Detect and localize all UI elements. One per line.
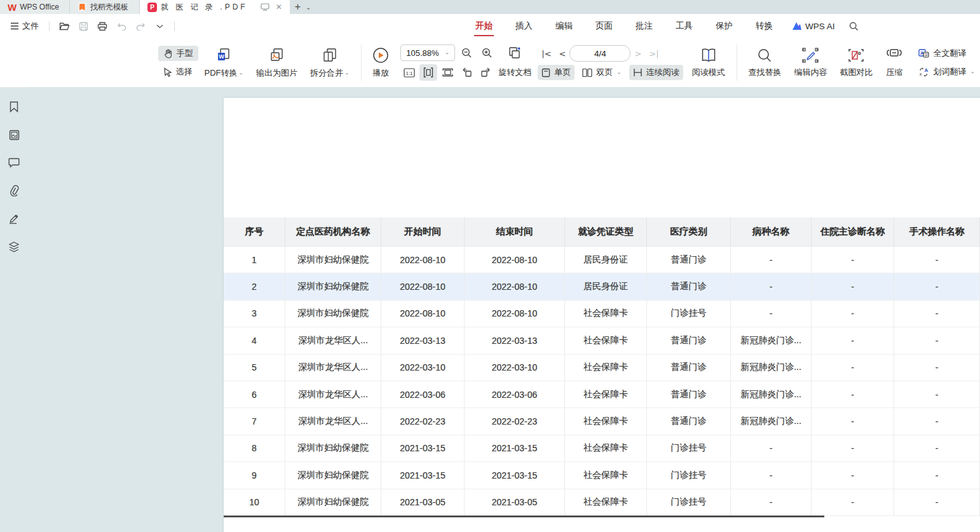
table-cell: 门诊挂号 xyxy=(647,462,731,489)
table-cell: 社会保障卡 xyxy=(565,489,647,516)
hand-tool-button[interactable]: 手型 xyxy=(158,46,198,61)
export-image-button[interactable]: 输出为图片 xyxy=(250,38,304,87)
edit-content-button[interactable]: 编辑内容 xyxy=(787,38,833,87)
continuous-read-button[interactable]: 连续阅读 xyxy=(629,65,683,80)
print-button[interactable] xyxy=(94,18,111,34)
read-mode-label: 阅读模式 xyxy=(692,67,725,78)
find-replace-button[interactable]: 查找替换 xyxy=(742,38,787,87)
pdf-convert-button[interactable]: W PDF转换⌄ xyxy=(198,38,250,87)
menu-tab-page[interactable]: 页面 xyxy=(584,14,624,38)
table-cell: 社会保障卡 xyxy=(565,408,647,435)
menu-row: 文件 开始 插入 编辑 xyxy=(0,14,980,38)
next-page-button[interactable]: > xyxy=(630,49,645,58)
table-cell: 7 xyxy=(224,408,285,435)
actual-size-button[interactable]: 1:1 xyxy=(400,64,418,81)
svg-text:字: 字 xyxy=(924,53,929,57)
table-cell: 深圳市龙华区人... xyxy=(285,327,381,354)
table-row: 7深圳市龙华区人...2022-02-232022-02-23社会保障卡普通门诊… xyxy=(224,408,980,435)
table-cell: 社会保障卡 xyxy=(565,327,647,354)
table-cell: 深圳市龙华区人... xyxy=(285,408,381,435)
bookmark-icon[interactable] xyxy=(7,100,21,114)
swap-pages-button[interactable] xyxy=(506,44,524,61)
word-translate-button[interactable]: xA 划词翻译 ⌄ xyxy=(913,64,980,79)
quick-access-chevron-icon[interactable] xyxy=(151,18,168,34)
undo-button[interactable] xyxy=(113,18,130,34)
compress-button[interactable]: 压缩 xyxy=(879,38,909,87)
attachment-icon[interactable] xyxy=(7,184,21,198)
new-tab-button[interactable]: + xyxy=(290,0,306,14)
column-header: 序号 xyxy=(224,217,285,247)
thumbnail-icon[interactable] xyxy=(7,128,21,142)
file-menu-label: 文件 xyxy=(22,20,39,32)
menu-search-button[interactable] xyxy=(843,22,865,31)
zoom-in-button[interactable] xyxy=(478,44,496,61)
page-indicator-input[interactable]: 4/4 xyxy=(569,45,630,62)
hand-tool-label: 手型 xyxy=(177,48,193,59)
full-translate-button[interactable]: A字 全文翻译 xyxy=(913,46,980,61)
table-cell: 普通门诊 xyxy=(647,408,731,435)
close-tab-icon[interactable]: ✕ xyxy=(276,3,282,11)
read-mode-button[interactable]: 阅读模式 xyxy=(686,38,732,87)
table-row: 3深圳市妇幼保健院2022-08-102022-08-10社会保障卡门诊挂号--… xyxy=(224,301,980,327)
menu-tab-insert[interactable]: 插入 xyxy=(504,14,544,38)
single-page-button[interactable]: 单页 xyxy=(538,65,575,80)
tab-document-active[interactable]: P 就 医 记 录 .PDF ✕ xyxy=(140,0,290,14)
open-file-button[interactable] xyxy=(56,18,72,34)
first-page-button[interactable]: |< xyxy=(538,49,555,58)
rotate-right-button[interactable] xyxy=(477,64,494,81)
prev-page-button[interactable]: < xyxy=(555,49,570,58)
pdf-convert-icon: W xyxy=(215,47,232,64)
table-scrollbar[interactable] xyxy=(224,515,824,517)
table-cell: - xyxy=(894,327,980,354)
menu-tab-edit[interactable]: 编辑 xyxy=(544,14,584,38)
last-page-button[interactable]: >| xyxy=(645,49,662,58)
table-cell: - xyxy=(731,462,812,489)
menu-tab-tools[interactable]: 工具 xyxy=(664,14,704,38)
comment-icon[interactable] xyxy=(7,156,21,170)
tab-docer-templates[interactable]: 找稻壳模板 xyxy=(70,0,140,14)
wps-ai-icon xyxy=(792,22,802,31)
split-merge-button[interactable]: 拆分合并⌄ xyxy=(304,38,356,87)
screenshot-compare-button[interactable]: 截图对比 xyxy=(833,38,879,87)
play-button[interactable]: 播放 xyxy=(366,38,395,87)
monitor-icon[interactable] xyxy=(261,3,269,11)
column-header: 手术操作名称 xyxy=(894,217,980,247)
menu-tabs: 开始 插入 编辑 页面 批注 工具 保护 转换 WPS AI xyxy=(464,14,865,38)
save-button[interactable] xyxy=(75,18,92,34)
continuous-read-icon xyxy=(633,68,643,77)
cursor-icon xyxy=(163,67,172,77)
layers-icon[interactable] xyxy=(7,240,21,254)
table-cell: 深圳市妇幼保健院 xyxy=(285,247,381,273)
zoom-out-button[interactable] xyxy=(458,44,475,61)
tab-list-chevron-icon[interactable]: ⌄ xyxy=(306,0,315,14)
select-tool-button[interactable]: 选择 xyxy=(158,64,198,79)
file-menu-button[interactable]: 文件 xyxy=(6,18,43,34)
table-cell: 门诊挂号 xyxy=(647,435,731,462)
table-cell: 2022-02-23 xyxy=(381,408,465,435)
menu-tab-wps-ai[interactable]: WPS AI xyxy=(784,22,843,31)
menu-tab-convert[interactable]: 转换 xyxy=(744,14,784,38)
tab-wps-office[interactable]: W WPS Office xyxy=(0,0,70,14)
zoom-level-select[interactable]: 105.88% ⌄ xyxy=(400,44,455,61)
rotate-doc-label[interactable]: 旋转文档 xyxy=(496,67,531,78)
menu-tab-protect[interactable]: 保护 xyxy=(704,14,744,38)
column-header: 病种名称 xyxy=(731,217,812,247)
fit-width-button[interactable] xyxy=(419,64,437,81)
redo-button[interactable] xyxy=(132,18,149,34)
table-cell: - xyxy=(812,408,894,435)
annotate-pen-icon[interactable] xyxy=(7,212,21,226)
table-cell: 2021-03-15 xyxy=(465,462,565,489)
menu-tab-home[interactable]: 开始 xyxy=(464,14,504,38)
menu-tab-comment[interactable]: 批注 xyxy=(624,14,664,38)
document-canvas[interactable]: 序号定点医药机构名称开始时间结束时间就诊凭证类型医疗类别病种名称住院主诊断名称手… xyxy=(28,87,980,532)
fit-page-button[interactable] xyxy=(439,64,456,81)
table-cell: 新冠肺炎门诊... xyxy=(731,381,812,408)
table-cell: 2022-02-23 xyxy=(465,408,565,435)
rotate-left-button[interactable] xyxy=(458,64,475,81)
table-cell: - xyxy=(731,273,812,300)
column-header: 住院主诊断名称 xyxy=(812,217,894,247)
svg-text:1:1: 1:1 xyxy=(406,71,414,76)
double-page-button[interactable]: 双页 ⌄ xyxy=(578,65,625,80)
tab-label: 找稻壳模板 xyxy=(90,2,128,13)
table-cell: - xyxy=(894,301,980,327)
